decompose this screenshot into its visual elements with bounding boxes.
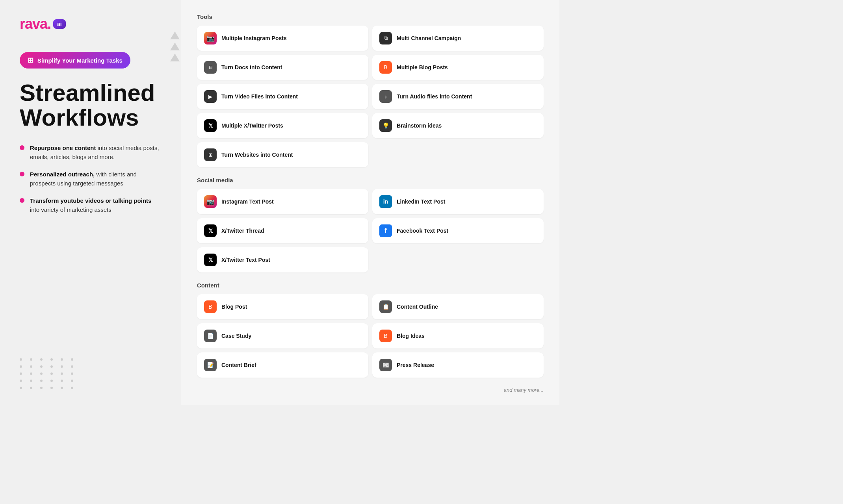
and-more-text: and many more...	[197, 387, 544, 393]
x-icon: 𝕏	[204, 224, 217, 237]
tool-label: Press Release	[397, 362, 434, 368]
arrow-icon	[170, 43, 180, 50]
bullet-dot	[20, 172, 24, 176]
blogideas-icon: B	[379, 330, 392, 342]
tool-multiple-blog-posts[interactable]: B Multiple Blog Posts	[372, 55, 544, 80]
tool-multiple-twitter[interactable]: 𝕏 Multiple X/Twitter Posts	[197, 113, 368, 138]
bullet-text-2: Personalized outreach, with clients and …	[30, 170, 162, 188]
social-section-title: Social media	[197, 177, 544, 183]
logo-badge: ai	[53, 19, 66, 29]
tool-label: LinkedIn Text Post	[397, 198, 445, 205]
tool-multi-channel-campaign[interactable]: ⧉ Multi Channel Campaign	[372, 26, 544, 51]
tools-section-title: Tools	[197, 13, 544, 20]
tool-label: Facebook Text Post	[397, 228, 448, 234]
logo-text: rava.	[20, 16, 51, 32]
content-grid: B Blog Post 📋 Content Outline 📄 Case Stu…	[197, 294, 544, 378]
tool-turn-websites[interactable]: ⊞ Turn Websites into Content	[197, 142, 368, 167]
bullet-text-3: Transform youtube videos or talking poin…	[30, 196, 162, 214]
tool-label: X/Twitter Text Post	[221, 257, 270, 263]
tool-label: Multi Channel Campaign	[397, 35, 461, 41]
arrow-icon	[170, 32, 180, 39]
content-section-title: Content	[197, 282, 544, 289]
list-item: Repurpose one content into social media …	[20, 144, 162, 161]
headline: Streamlined Workflows	[20, 80, 162, 130]
tool-facebook-text-post[interactable]: f Facebook Text Post	[372, 218, 544, 243]
tool-label: Turn Docs into Content	[221, 64, 282, 70]
tool-linkedin-text-post[interactable]: in LinkedIn Text Post	[372, 189, 544, 214]
bullet-dot	[20, 198, 24, 203]
tool-turn-docs[interactable]: 🖥 Turn Docs into Content	[197, 55, 368, 80]
tool-label: Multiple Instagram Posts	[221, 35, 287, 41]
tool-label: Turn Websites into Content	[221, 152, 293, 158]
x-icon: 𝕏	[204, 254, 217, 266]
tool-blog-ideas[interactable]: B Blog Ideas	[372, 323, 544, 348]
bullet-text-1: Repurpose one content into social media …	[30, 144, 162, 161]
website-icon: ⊞	[204, 148, 217, 161]
tool-multiple-instagram-posts[interactable]: 📷 Multiple Instagram Posts	[197, 26, 368, 51]
tool-label: Multiple Blog Posts	[397, 64, 448, 70]
tools-grid: 📷 Multiple Instagram Posts ⧉ Multi Chann…	[197, 26, 544, 167]
tool-label: Blog Post	[221, 304, 247, 310]
tool-twitter-text-post[interactable]: 𝕏 X/Twitter Text Post	[197, 247, 368, 272]
outline-icon: 📋	[379, 300, 392, 313]
casestudy-icon: 📄	[204, 330, 217, 342]
multichannel-icon: ⧉	[379, 32, 392, 44]
tool-label: Content Outline	[397, 304, 438, 310]
arrow-icon	[170, 54, 180, 61]
left-panel: rava. ai ⊞ Simplify Your Marketing Tasks…	[0, 0, 181, 405]
tool-label: Case Study	[221, 333, 251, 339]
tool-turn-audio[interactable]: ♪ Turn Audio files into Content	[372, 84, 544, 109]
right-panel: Tools 📷 Multiple Instagram Posts ⧉ Multi…	[181, 0, 559, 405]
blogger-icon: B	[379, 61, 392, 74]
press-icon: 📰	[379, 359, 392, 371]
doc-icon: 🖥	[204, 61, 217, 74]
video-icon: ▶	[204, 90, 217, 103]
bullet-list: Repurpose one content into social media …	[20, 144, 162, 214]
audio-icon: ♪	[379, 90, 392, 103]
instagram-icon: 📷	[204, 32, 217, 44]
linkedin-icon: in	[379, 195, 392, 208]
tool-turn-video[interactable]: ▶ Turn Video Files into Content	[197, 84, 368, 109]
brief-icon: 📝	[204, 359, 217, 371]
logo: rava. ai	[20, 16, 162, 32]
badge-icon: ⊞	[28, 56, 33, 65]
headline-line1: Streamlined	[20, 80, 155, 106]
list-item: Personalized outreach, with clients and …	[20, 170, 162, 188]
brainstorm-icon: 💡	[379, 119, 392, 132]
bullet-dot	[20, 145, 24, 150]
tool-label: Blog Ideas	[397, 333, 425, 339]
social-grid: 📷 Instagram Text Post in LinkedIn Text P…	[197, 189, 544, 272]
simplify-badge: ⊞ Simplify Your Marketing Tasks	[20, 52, 130, 69]
arrows-decoration	[170, 32, 180, 61]
tool-instagram-text-post[interactable]: 📷 Instagram Text Post	[197, 189, 368, 214]
dots-decoration	[20, 358, 76, 389]
tool-label: X/Twitter Thread	[221, 228, 264, 234]
tool-brainstorm[interactable]: 💡 Brainstorm ideas	[372, 113, 544, 138]
instagram-icon: 📷	[204, 195, 217, 208]
list-item: Transform youtube videos or talking poin…	[20, 196, 162, 214]
tool-label: Content Brief	[221, 362, 256, 368]
x-icon: 𝕏	[204, 119, 217, 132]
tool-label: Brainstorm ideas	[397, 122, 442, 129]
headline-line2: Workflows	[20, 104, 139, 131]
tool-label: Instagram Text Post	[221, 198, 274, 205]
tool-twitter-thread[interactable]: 𝕏 X/Twitter Thread	[197, 218, 368, 243]
tool-case-study[interactable]: 📄 Case Study	[197, 323, 368, 348]
tool-blog-post[interactable]: B Blog Post	[197, 294, 368, 319]
tool-content-brief[interactable]: 📝 Content Brief	[197, 352, 368, 378]
facebook-icon: f	[379, 224, 392, 237]
blogpost-icon: B	[204, 300, 217, 313]
tool-label: Multiple X/Twitter Posts	[221, 122, 283, 129]
badge-label: Simplify Your Marketing Tasks	[37, 57, 123, 64]
tool-content-outline[interactable]: 📋 Content Outline	[372, 294, 544, 319]
tool-press-release[interactable]: 📰 Press Release	[372, 352, 544, 378]
tool-label: Turn Audio files into Content	[397, 93, 472, 100]
tool-label: Turn Video Files into Content	[221, 93, 298, 100]
